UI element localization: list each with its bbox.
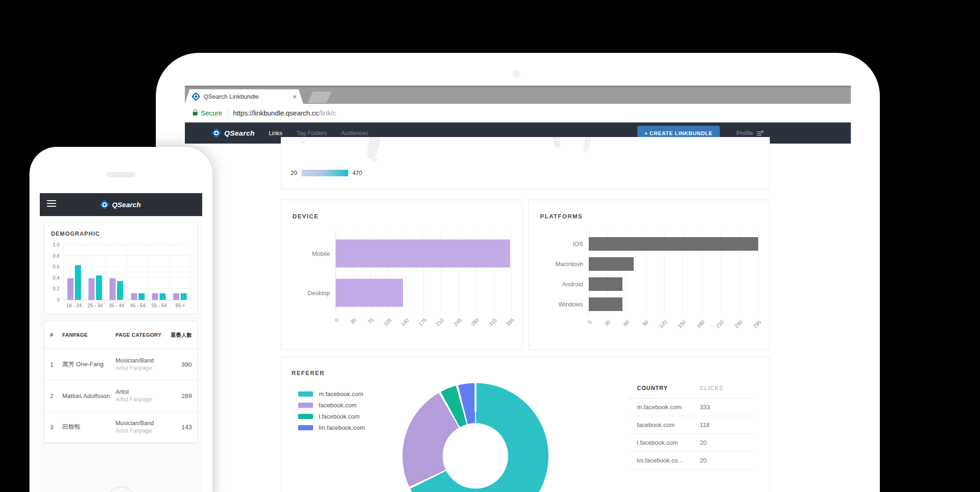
nav-menu: LinksTag FoldersAudiences [269, 130, 368, 137]
overlap-count: 143 [166, 424, 192, 431]
x-tick-label: 18 - 24 [63, 303, 85, 308]
demographic-card: DEMOGRAPHIC 00.20.40.60.81.018 - 2425 - … [44, 223, 198, 314]
qsearch-logo-icon [100, 200, 110, 210]
bar-android [589, 277, 622, 291]
referer-donut-chart[interactable] [402, 383, 549, 492]
bar-rows [589, 234, 758, 314]
demographic-title: DEMOGRAPHIC [51, 231, 191, 237]
legend-item[interactable]: lm.facebook.com [298, 424, 365, 431]
legend-label: facebook.com [319, 402, 357, 409]
url-bar[interactable]: Secure https://linkbundle.qsearch.cc/lin… [185, 104, 851, 123]
browser-tab[interactable]: QSearch Linkbundle × [185, 89, 303, 104]
fanpage-column-header: FANPAGE [62, 332, 116, 338]
new-tab-button[interactable] [308, 92, 332, 103]
x-tick-label: 0 [334, 317, 340, 323]
url-domain: https://linkbundle.qsearch.cc [233, 109, 319, 117]
referer-table-header: COUNTRY CLICKS [629, 381, 753, 398]
phone-screen: QSearch DEMOGRAPHIC 00.20.40.60.81.018 -… [40, 193, 202, 492]
referer-clicks: 20 [700, 457, 745, 464]
fanpage-table-header: # FANPAGE PAGE CATEGORY 重疊人數 [44, 321, 197, 349]
referer-table-row: facebook.com118 [629, 416, 753, 434]
category-label: iOS [540, 234, 589, 254]
bar-group [85, 245, 106, 300]
bar-teal [160, 293, 166, 300]
referer-clicks: 333 [700, 404, 745, 411]
qsearch-logo-icon [212, 128, 221, 138]
bar-teal [96, 275, 102, 300]
category-secondary: Artist Fanpage [116, 427, 164, 434]
bar-purple [173, 293, 179, 300]
profile-menu[interactable]: Profile [737, 130, 764, 137]
x-tick-label: 175 [417, 317, 427, 327]
x-tick-label: 60 [622, 319, 630, 327]
bar-group [106, 245, 127, 300]
bar-teal [75, 265, 81, 300]
platforms-chart: iOSMacintoshAndroidWindows03060901201501… [540, 234, 758, 338]
legend-item[interactable]: l.facebook.com [298, 413, 365, 420]
brand-name[interactable]: QSearch [224, 129, 255, 137]
x-tick-label: 210 [715, 319, 724, 329]
url-text[interactable]: https://linkbundle.qsearch.cc/link/c [233, 109, 336, 117]
add-to-list-icon [757, 130, 764, 137]
nav-item-audiences[interactable]: Audiences [341, 130, 368, 137]
referer-clicks: 118 [700, 421, 745, 428]
fanpage-rank: 3 [50, 424, 62, 431]
platforms-card: PLATFORMS iOSMacintoshAndroidWindows0306… [528, 200, 770, 350]
bar-purple [110, 278, 116, 300]
clicks-column-header: CLICKS [700, 385, 745, 391]
referer-table-row: lm.facebook.co...20 [629, 452, 753, 470]
referer-name: l.facebook.com [637, 439, 700, 446]
y-tick-label: 0.6 [53, 264, 59, 269]
bar-row [336, 234, 511, 273]
gridline [758, 231, 759, 314]
fanpage-table-row: 2Mattias AdolfssonArtistArtist Fanpage28… [44, 380, 197, 412]
bar-teal [117, 281, 123, 300]
fanpage-category: Musician/BandArtist Fanpage [116, 357, 166, 371]
bar-purple [131, 293, 137, 300]
phone-brand: QSearch [101, 201, 141, 209]
platforms-card-title: PLATFORMS [540, 213, 758, 220]
referer-clicks: 20 [700, 439, 745, 446]
map-landmass [582, 137, 592, 153]
legend-swatch [298, 391, 313, 397]
device-plot: MobileDesktop [293, 234, 511, 312]
bar-row [589, 294, 758, 314]
y-tick-label: 0.8 [53, 253, 59, 258]
category-secondary: Artist Fanpage [116, 365, 164, 371]
country-column-header: COUNTRY [637, 385, 700, 391]
referer-table-row: m.facebook.com333 [629, 398, 753, 416]
y-axis-labels: 00.20.40.60.81.0 [51, 245, 63, 300]
nav-item-links[interactable]: Links [269, 130, 282, 137]
tab-close-icon[interactable]: × [293, 93, 297, 100]
hamburger-menu-icon[interactable] [47, 200, 56, 209]
category-label: Android [540, 274, 589, 294]
rank-column-header: # [50, 332, 62, 338]
legend-label: m.facebook.com [319, 391, 363, 398]
category-label: Macintosh [540, 254, 589, 274]
category-primary: Artist [116, 389, 164, 395]
referer-legend: m.facebook.comfacebook.coml.facebook.com… [298, 391, 365, 431]
device-card-title: DEVICE [293, 213, 511, 220]
bar-groups [64, 245, 191, 300]
category-primary: Musician/Band [116, 420, 164, 427]
fanpage-table-row: 3田馥甄Musician/BandArtist Fanpage143 [44, 412, 197, 443]
x-tick-label: 315 [488, 317, 497, 327]
map-landmass [551, 137, 562, 149]
legend-item[interactable]: m.facebook.com [298, 391, 365, 398]
map-card: 20 470 [281, 137, 770, 189]
legend-swatch [298, 414, 313, 419]
referer-table-row: l.facebook.com20 [629, 434, 753, 452]
x-tick-label: 140 [400, 317, 410, 327]
device-card: DEVICE MobileDesktop03570105140175210245… [281, 200, 523, 350]
map-color-legend: 20 470 [291, 170, 362, 176]
legend-item[interactable]: facebook.com [298, 402, 365, 409]
x-tick-label: 180 [695, 319, 705, 329]
device-chart: MobileDesktop035701051401752102452803153… [293, 234, 511, 336]
nav-item-tag-folders[interactable]: Tag Folders [296, 130, 327, 137]
tab-title: QSearch Linkbundle [204, 93, 293, 100]
bar-group [170, 245, 191, 300]
category-labels: MobileDesktop [293, 234, 336, 312]
legend-min: 20 [291, 170, 297, 176]
category-column-header: PAGE CATEGORY [116, 332, 166, 338]
fanpage-name: 田馥甄 [62, 423, 116, 431]
